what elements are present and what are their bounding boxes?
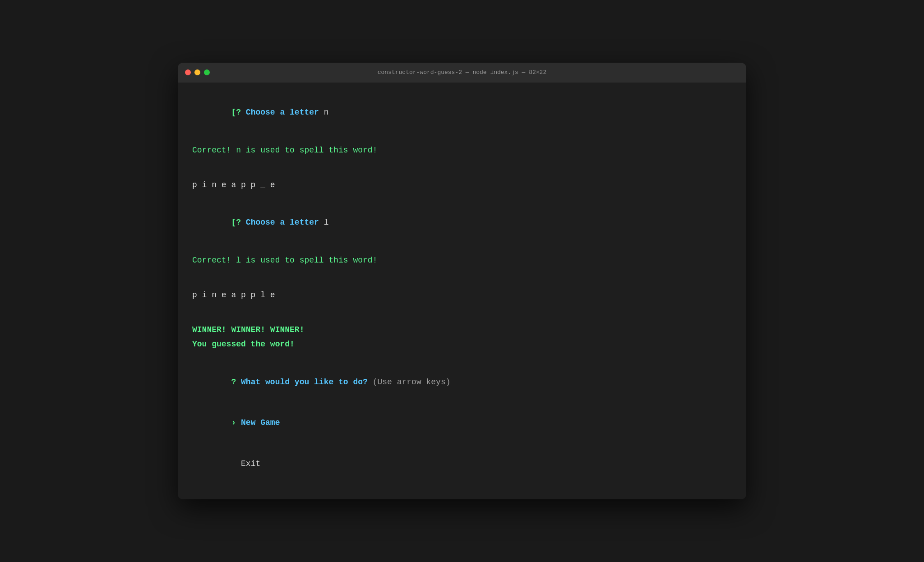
traffic-lights (185, 69, 210, 75)
exit-label (231, 459, 241, 468)
question-mark-1: [? (231, 108, 245, 117)
minimize-button[interactable] (194, 69, 200, 75)
menu-prompt-line: ? What would you like to do? (Use arrow … (192, 363, 732, 401)
empty-line-8 (192, 304, 732, 313)
word-display-1: p i n e a p p _ e (192, 179, 732, 192)
answer-1: n (319, 108, 329, 117)
empty-line-7 (192, 279, 732, 289)
titlebar: constructor-word-guess-2 — node index.js… (178, 63, 746, 83)
prompt-line-1: [? Choose a letter n (192, 93, 732, 132)
empty-line-5 (192, 244, 732, 254)
correct-message-2: Correct! l is used to spell this word! (192, 254, 732, 267)
question-mark-2: [? (231, 218, 245, 227)
window: constructor-word-guess-2 — node index.js… (178, 63, 746, 500)
menu-item-new-game[interactable]: › New Game (192, 404, 732, 442)
new-game-label: New Game (241, 418, 280, 427)
maximize-button[interactable] (204, 69, 210, 75)
winner-line-2: You guessed the word! (192, 338, 732, 351)
menu-question-mark: ? (231, 378, 241, 387)
menu-hint: (Use arrow keys) (368, 378, 451, 387)
winner-line-1: WINNER! WINNER! WINNER! (192, 323, 732, 336)
empty-line-4 (192, 193, 732, 203)
menu-item-exit[interactable]: Exit (192, 444, 732, 483)
word-display-2: p i n e a p p l e (192, 289, 732, 302)
empty-line-9 (192, 313, 732, 323)
menu-label: What would you like to do? (241, 378, 368, 387)
empty-line-6 (192, 269, 732, 279)
empty-line-2 (192, 159, 732, 169)
prompt-line-2: [? Choose a letter l (192, 203, 732, 242)
window-title: constructor-word-guess-2 — node index.js… (378, 69, 546, 76)
choose-label-1: Choose a letter (246, 108, 319, 117)
empty-line-3 (192, 169, 732, 179)
menu-arrow-icon: › (231, 418, 241, 427)
exit-text: Exit (241, 459, 260, 468)
choose-label-2: Choose a letter (246, 218, 319, 227)
correct-message-1: Correct! n is used to spell this word! (192, 144, 732, 157)
empty-line-1 (192, 134, 732, 144)
terminal-window: constructor-word-guess-2 — node index.js… (178, 63, 746, 500)
terminal-body: [? Choose a letter n Correct! n is used … (178, 83, 746, 500)
answer-2: l (319, 218, 329, 227)
empty-line-10 (192, 353, 732, 363)
close-button[interactable] (185, 69, 191, 75)
